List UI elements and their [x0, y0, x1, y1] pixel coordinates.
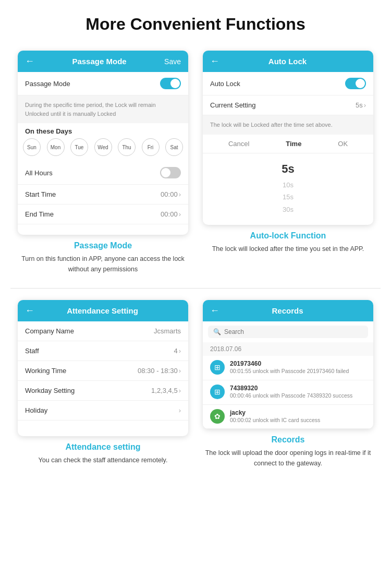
- current-setting-value: 5s ›: [356, 101, 366, 109]
- record-name-2: 74389320: [230, 385, 352, 392]
- holiday-value: ›: [179, 406, 181, 414]
- current-setting-label: Current Setting: [210, 101, 255, 109]
- search-icon: 🔍: [213, 328, 221, 335]
- start-time-row[interactable]: Start Time 00:00 ›: [18, 185, 188, 205]
- all-hours-toggle[interactable]: [160, 167, 181, 178]
- staff-value: 4 ›: [174, 347, 181, 355]
- time-option-10s[interactable]: 10s: [203, 179, 373, 191]
- holiday-row[interactable]: Holiday ›: [18, 401, 188, 421]
- holiday-chevron: ›: [179, 406, 181, 414]
- auto-lock-header: ← Auto Lock: [203, 51, 373, 72]
- record-name-3: jacky: [230, 409, 320, 416]
- time-option-30s[interactable]: 30s: [203, 203, 373, 215]
- attendance-title: Attendance Setting: [67, 306, 138, 315]
- auto-lock-section-title: Auto-lock Function: [203, 231, 373, 241]
- top-sections: ← Passage Mode Save Passage Mode During …: [0, 45, 391, 283]
- workday-chevron: ›: [179, 387, 181, 394]
- company-name-label: Company Name: [25, 327, 74, 335]
- workday-setting-label: Workday Setting: [25, 387, 75, 394]
- day-wed[interactable]: Wed: [94, 138, 112, 156]
- page-title: More Convenient Functions: [0, 0, 391, 45]
- search-input[interactable]: [224, 328, 363, 335]
- end-time-row[interactable]: End Time 00:00 ›: [18, 205, 188, 224]
- back-arrow-icon[interactable]: ←: [25, 56, 34, 67]
- day-sun[interactable]: Sun: [23, 138, 41, 156]
- records-section-title: Records: [203, 435, 373, 445]
- records-back-icon[interactable]: ←: [210, 305, 219, 316]
- record-content-2: 74389320 00:00:46 unlock with Passcode 7…: [230, 385, 352, 400]
- record-item-2: ⊞ 74389320 00:00:46 unlock with Passcode…: [203, 380, 373, 405]
- record-content-1: 201973460 00:01:55 unlock with Passcode …: [230, 360, 349, 376]
- auto-lock-section: ← Auto Lock Auto Lock Current Setting 5s…: [196, 45, 381, 283]
- time-option-15s[interactable]: 15s: [203, 191, 373, 203]
- passage-mode-section-title: Passage Mode: [18, 241, 188, 250]
- attendance-section-desc: You can check the staff attendance remot…: [18, 455, 188, 465]
- auto-lock-section-desc: The lock will locked after the time you …: [203, 244, 373, 254]
- day-tue[interactable]: Tue: [70, 138, 88, 156]
- all-hours-row: All Hours: [18, 161, 188, 185]
- passage-mode-toggle[interactable]: [160, 78, 181, 89]
- attendance-header: ← Attendance Setting: [18, 300, 188, 321]
- passage-mode-section: ← Passage Mode Save Passage Mode During …: [10, 45, 196, 283]
- passage-mode-card: ← Passage Mode Save Passage Mode During …: [18, 51, 188, 235]
- card-spacer: [203, 220, 373, 225]
- attendance-back-icon[interactable]: ←: [25, 305, 34, 316]
- record-detail-3: 00:00:02 unlock with IC card success: [230, 416, 320, 425]
- day-thu[interactable]: Thu: [118, 138, 136, 156]
- company-name-row: Company Name Jcsmarts: [18, 321, 188, 341]
- attendance-section: ← Attendance Setting Company Name Jcsmar…: [10, 295, 196, 477]
- time-picker: 5s 10s 15s 30s: [203, 153, 373, 220]
- day-sat[interactable]: Sat: [165, 138, 183, 156]
- end-time-label: End Time: [25, 210, 54, 218]
- workday-setting-value: 1,2,3,4,5 ›: [151, 387, 181, 394]
- on-these-days-label: On these Days: [18, 123, 188, 138]
- picker-time: Time: [286, 140, 301, 148]
- records-card: ← Records 🔍 2018.07.06 ⊞ 201973460 00:01…: [203, 300, 373, 429]
- day-mon[interactable]: Mon: [47, 138, 65, 156]
- save-button[interactable]: Save: [164, 57, 181, 66]
- holiday-label: Holiday: [25, 406, 47, 414]
- attendance-card: ← Attendance Setting Company Name Jcsmar…: [18, 300, 188, 436]
- records-title: Records: [272, 306, 303, 315]
- start-time-value: 00:00 ›: [161, 190, 181, 198]
- passage-mode-info: During the specific time period, the Loc…: [18, 95, 188, 123]
- auto-lock-card: ← Auto Lock Auto Lock Current Setting 5s…: [203, 51, 373, 225]
- staff-chevron: ›: [179, 347, 181, 355]
- records-date: 2018.07.06: [203, 342, 373, 356]
- day-fri[interactable]: Fri: [142, 138, 160, 156]
- working-time-value: 08:30 - 18:30 ›: [138, 367, 181, 375]
- staff-row[interactable]: Staff 4 ›: [18, 341, 188, 361]
- time-option-5s[interactable]: 5s: [203, 159, 373, 179]
- record-detail-2: 00:00:46 unlock with Passcode 74389320 s…: [230, 392, 352, 400]
- company-name-value: Jcsmarts: [154, 327, 181, 335]
- end-time-value: 00:00 ›: [161, 210, 181, 218]
- passage-mode-toggle-row: Passage Mode: [18, 72, 188, 95]
- record-detail-1: 00:01:55 unlock with Passcode 201973460 …: [230, 367, 349, 376]
- passage-mode-section-desc: Turn on this function in APP, anyone can…: [18, 254, 188, 274]
- picker-ok[interactable]: OK: [338, 140, 348, 148]
- picker-cancel[interactable]: Cancel: [228, 140, 249, 148]
- auto-lock-toggle[interactable]: [345, 78, 366, 89]
- record-item-3: ✿ jacky 00:00:02 unlock with IC card suc…: [203, 405, 373, 429]
- passage-mode-title: Passage Mode: [72, 57, 126, 66]
- record-content-3: jacky 00:00:02 unlock with IC card succe…: [230, 409, 320, 425]
- working-time-chevron: ›: [179, 367, 181, 375]
- attendance-section-title: Attendance setting: [18, 442, 188, 452]
- records-section: ← Records 🔍 2018.07.06 ⊞ 201973460 00:01…: [196, 295, 381, 477]
- search-bar[interactable]: 🔍: [208, 326, 368, 338]
- current-setting-chevron: ›: [364, 101, 366, 109]
- current-setting-row[interactable]: Current Setting 5s ›: [203, 95, 373, 115]
- records-header: ← Records: [203, 300, 373, 321]
- picker-header: Cancel Time OK: [203, 135, 373, 153]
- working-time-row[interactable]: Working Time 08:30 - 18:30 ›: [18, 361, 188, 381]
- workday-setting-row[interactable]: Workday Setting 1,2,3,4,5 ›: [18, 381, 188, 401]
- record-icon-3: ✿: [210, 409, 225, 424]
- auto-lock-back-icon[interactable]: ←: [210, 56, 219, 67]
- auto-lock-label: Auto Lock: [210, 80, 240, 88]
- passage-mode-label: Passage Mode: [25, 80, 70, 88]
- auto-lock-title: Auto Lock: [268, 57, 307, 66]
- record-icon-2: ⊞: [210, 385, 225, 399]
- days-row: Sun Mon Tue Wed Thu Fri Sat: [18, 138, 188, 161]
- start-time-label: Start Time: [25, 190, 56, 198]
- record-icon-1: ⊞: [210, 360, 225, 375]
